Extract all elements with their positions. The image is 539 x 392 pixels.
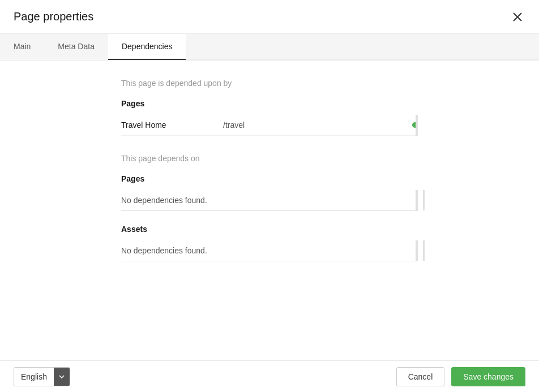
depends-on-pages-list: No dependencies found. bbox=[121, 190, 418, 211]
dialog-footer: English Cancel Save changes bbox=[0, 360, 539, 392]
dep-page-name: Travel Home bbox=[121, 120, 223, 130]
depends-on-description: This page depends on bbox=[121, 154, 418, 163]
depended-upon-pages-list: Travel Home /travel bbox=[121, 115, 418, 136]
dep-page-path: /travel bbox=[223, 120, 412, 130]
no-pages-deps: No dependencies found. bbox=[121, 190, 418, 211]
footer-actions: Cancel Save changes bbox=[396, 367, 525, 386]
tab-spacer bbox=[186, 34, 539, 60]
close-button[interactable] bbox=[510, 9, 525, 25]
close-icon bbox=[512, 11, 523, 23]
content-area: This page is depended upon by Pages Trav… bbox=[0, 61, 539, 360]
depended-upon-pages-label: Pages bbox=[121, 99, 418, 108]
table-row: Travel Home /travel bbox=[121, 115, 418, 136]
dialog-header: Page properties bbox=[0, 0, 539, 34]
cancel-button[interactable]: Cancel bbox=[396, 367, 445, 386]
page-title: Page properties bbox=[14, 10, 93, 23]
right-border-assets bbox=[416, 240, 418, 261]
right-border bbox=[416, 115, 418, 136]
tab-meta-data[interactable]: Meta Data bbox=[44, 34, 108, 60]
depended-upon-description: This page is depended upon by bbox=[121, 79, 418, 88]
right-border-pages bbox=[416, 190, 418, 211]
no-assets-deps: No dependencies found. bbox=[121, 240, 418, 261]
chevron-down-icon bbox=[58, 373, 65, 380]
tab-main[interactable]: Main bbox=[0, 34, 44, 60]
language-selector[interactable]: English bbox=[14, 367, 70, 386]
language-label: English bbox=[14, 368, 54, 386]
depends-on-pages-label: Pages bbox=[121, 174, 418, 183]
tab-bar: Main Meta Data Dependencies bbox=[0, 34, 539, 61]
depends-on-assets-list: No dependencies found. bbox=[121, 240, 418, 261]
language-dropdown-button[interactable] bbox=[54, 368, 70, 386]
depends-on-section: This page depends on Pages No dependenci… bbox=[121, 154, 418, 261]
depended-upon-section: This page is depended upon by Pages Trav… bbox=[121, 79, 418, 136]
save-button[interactable]: Save changes bbox=[451, 367, 525, 386]
depends-on-assets-label: Assets bbox=[121, 225, 418, 234]
tab-dependencies[interactable]: Dependencies bbox=[108, 34, 186, 60]
